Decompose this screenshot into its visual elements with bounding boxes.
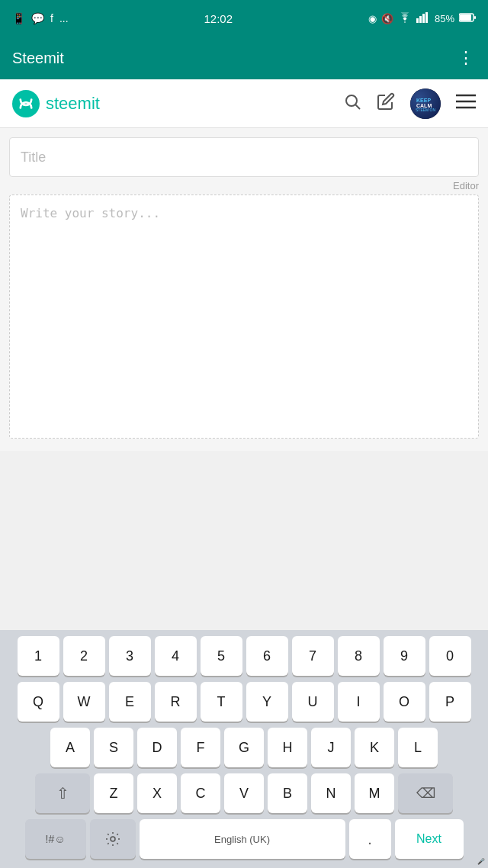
story-input[interactable] (9, 194, 479, 439)
app-bar: Steemit ⋮ (0, 37, 488, 79)
logo-text: steemit (46, 94, 100, 114)
location-icon: ◉ (368, 13, 377, 24)
status-icons-right: ◉ 🔇 85% (368, 12, 476, 25)
key-1[interactable]: 1 (18, 636, 59, 676)
battery-icon (459, 13, 476, 24)
status-icons-left: 📱 💬 f ... (12, 12, 69, 24)
key-f[interactable]: F (181, 728, 220, 767)
search-icon[interactable] (343, 92, 361, 115)
key-p[interactable]: P (429, 682, 471, 722)
svg-point-8 (346, 95, 357, 106)
avatar[interactable]: KEEP CALM STEEM ON (410, 88, 441, 119)
keyboard-row-bottom: !#☺ 🎤 English (UK) . Next (3, 819, 485, 859)
space-key[interactable]: English (UK) (140, 819, 345, 859)
logo-container[interactable]: steemit (12, 90, 100, 117)
key-o[interactable]: O (384, 682, 425, 722)
svg-rect-5 (460, 14, 471, 21)
key-2[interactable]: 2 (63, 636, 105, 676)
key-u[interactable]: U (292, 682, 334, 722)
symbols-key[interactable]: !#☺ (25, 819, 86, 859)
svg-point-7 (12, 90, 40, 117)
status-time: 12:02 (204, 12, 233, 25)
app-title: Steemit (12, 50, 64, 67)
key-n[interactable]: N (311, 773, 351, 813)
key-t[interactable]: T (201, 682, 242, 722)
key-v[interactable]: V (224, 773, 264, 813)
svg-rect-0 (416, 18, 419, 23)
keyboard-row-asdf: A S D F G H J K L (3, 728, 485, 767)
steemit-logo-icon (12, 90, 40, 117)
key-4[interactable]: 4 (155, 636, 197, 676)
svg-rect-1 (419, 16, 422, 23)
key-8[interactable]: 8 (338, 636, 380, 676)
key-z[interactable]: Z (94, 773, 133, 813)
key-0[interactable]: 0 (429, 636, 471, 676)
key-5[interactable]: 5 (201, 636, 242, 676)
key-i[interactable]: I (338, 682, 380, 722)
svg-point-16 (111, 837, 115, 841)
whatsapp-icon: 💬 (31, 12, 44, 24)
key-e[interactable]: E (109, 682, 151, 722)
key-x[interactable]: X (137, 773, 177, 813)
key-l[interactable]: L (398, 728, 438, 767)
nav-bar: steemit KEEP CALM STEEM ON (0, 79, 488, 128)
key-h[interactable]: H (268, 728, 307, 767)
keyboard-row-zxcv: ⇧ Z X C V B N M ⌫ (3, 773, 485, 813)
title-input[interactable] (9, 137, 479, 177)
key-3[interactable]: 3 (109, 636, 151, 676)
key-g[interactable]: G (224, 728, 264, 767)
key-y[interactable]: Y (246, 682, 288, 722)
keyboard: 1 2 3 4 5 6 7 8 9 0 Q W E R T Y U I O P … (0, 630, 488, 868)
app-menu-icon[interactable]: ⋮ (458, 48, 476, 68)
svg-text:KEEP: KEEP (416, 98, 431, 103)
key-m[interactable]: M (355, 773, 394, 813)
key-s[interactable]: S (94, 728, 133, 767)
notification-icon: 📱 (12, 12, 25, 24)
key-c[interactable]: C (181, 773, 220, 813)
backspace-key[interactable]: ⌫ (398, 773, 453, 813)
shift-key[interactable]: ⇧ (35, 773, 90, 813)
svg-line-9 (356, 104, 361, 109)
hamburger-icon[interactable] (456, 94, 476, 114)
content-area: Editor (0, 128, 488, 451)
wifi-icon (398, 12, 412, 25)
next-key[interactable]: Next (395, 819, 464, 859)
key-k[interactable]: K (355, 728, 394, 767)
status-bar: 📱 💬 f ... 12:02 ◉ 🔇 85% (0, 0, 488, 37)
key-q[interactable]: Q (18, 682, 59, 722)
facebook-icon: f (50, 12, 53, 24)
settings-key[interactable]: 🎤 (90, 819, 136, 859)
edit-icon[interactable] (377, 92, 395, 115)
battery-text: 85% (435, 13, 454, 24)
key-w[interactable]: W (63, 682, 105, 722)
keyboard-row-qwerty: Q W E R T Y U I O P (3, 682, 485, 722)
signal-icon (416, 12, 430, 25)
key-b[interactable]: B (268, 773, 307, 813)
key-a[interactable]: A (50, 728, 90, 767)
svg-rect-6 (474, 16, 476, 19)
editor-label-row: Editor (9, 180, 479, 191)
more-icon: ... (59, 12, 69, 24)
key-6[interactable]: 6 (246, 636, 288, 676)
key-9[interactable]: 9 (384, 636, 425, 676)
keyboard-row-numbers: 1 2 3 4 5 6 7 8 9 0 (3, 636, 485, 676)
mute-icon: 🔇 (381, 13, 393, 24)
avatar-image: KEEP CALM STEEM ON (410, 88, 441, 119)
key-r[interactable]: R (155, 682, 197, 722)
editor-label: Editor (453, 180, 479, 191)
period-key[interactable]: . (349, 819, 391, 859)
svg-rect-3 (425, 12, 428, 23)
key-d[interactable]: D (137, 728, 177, 767)
key-7[interactable]: 7 (292, 636, 334, 676)
key-j[interactable]: J (311, 728, 351, 767)
svg-text:STEEM ON: STEEM ON (416, 108, 436, 112)
svg-rect-2 (422, 14, 425, 23)
